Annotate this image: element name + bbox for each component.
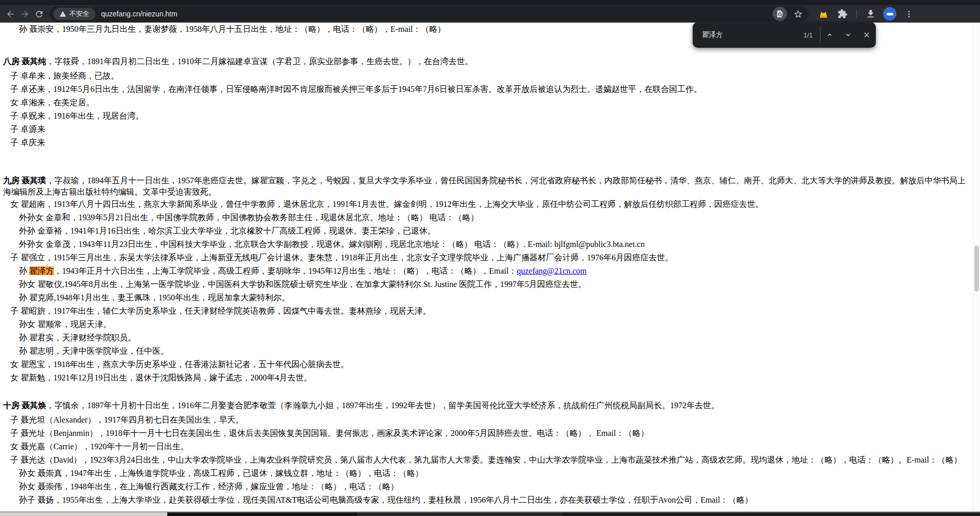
scrollbar-thumb[interactable] [974,245,979,292]
security-label: 不安全 [69,9,89,18]
browser-toolbar: 不安全 quzefang.cn/niezun.htm [0,5,980,23]
find-match-count: 1/1 [803,31,813,39]
cat-icon [818,9,829,19]
line-text: 孙 瞿志明，天津中医学院毕业，任中医。 [19,347,169,355]
genealogy-line: 孙 瞿泽方，1943年正月十六日出生，上海工学院毕业，高级工程师，妻胡咏华，19… [0,264,973,278]
line-text: 子 瞿昭旂，1917年出生，辅仁大学历史系毕业，任天津财经学院英语教师，因煤气中… [10,307,431,315]
line-text: 女 聂光嘉（Carrie），1920年十一月初一日出生。 [10,442,189,451]
kebab-menu-icon [905,10,913,18]
find-in-page-icon [776,10,784,18]
line-text: ，字筱舜，1891年四月初二日出生，1910年二月嫁福建卓宣谋（字君卫，原实业部… [46,57,473,66]
reload-button[interactable] [32,6,46,22]
back-arrow-icon [6,9,15,19]
line-text: 子 卓源来 [10,125,45,133]
url-text: quzefang.cn/niezun.htm [101,10,178,18]
window-top-strip [0,0,980,5]
security-chip[interactable]: 不安全 [53,8,95,20]
line-text: 子 卓牟来，旅美经商，已故。 [10,71,119,80]
genealogy-line: 孙女 瞿敬仪,1945年8月出生，上海第一医学院毕业，中国医科大学协和医院硕士研… [0,278,973,291]
genealogy-line: 外孙女 金章和，1939年5月21日出生，中国佛学院教师，中国佛教协会教务部主任… [0,211,973,224]
line-text: ，字叔瑜，1894年五月十一日出生，1957年患癌症去世。嫁瞿宣颖，字兑之，号蜕… [3,176,966,196]
forward-arrow-icon [20,9,30,19]
page-content: 孙 聂崇安，1950年三月九日出生，妻谢梦薇，1958年八月十五日出生，地址：（… [0,23,973,507]
genealogy-line: 子 瞿强立，1915年三月出生，东吴大学法律系毕业，上海新亚无线电厂会计退休。妻… [0,251,973,264]
find-next-button[interactable] [839,26,857,44]
back-button[interactable] [3,6,17,22]
line-text: 子 聂光坦（Alexander），1917年四月初七日在美国出生，早夭。 [10,415,244,424]
section-heading-line: 十房 聂其焕，字慎余，1897年十月初十日出生，1916年二月娶妻合肥李敬萱（李… [0,400,973,411]
line-text: 子 卓贶来，1916年出生，现居台湾。 [10,111,144,120]
line-text: 孙 瞿君实，天津财经学院职员。 [19,333,136,342]
line-text: 女 瞿新勉，1921年12月19日出生，退休于沈阳铁路局，嫁于孟志，2000年4… [10,373,312,382]
line-text: 女 卓湘来，在美定居。 [10,98,94,107]
line-text: 孙女 瞿敬仪,1945年8月出生，上海第一医学院毕业，中国医科大学协和医院硕士研… [19,280,586,289]
reload-icon [34,9,44,19]
bookmark-button[interactable] [791,7,805,21]
genealogy-line: 子 瞿昭旂，1917年出生，辅仁大学历史系毕业，任天津财经学院英语教师，因煤气中… [0,304,973,318]
genealogy-line: 孙 瞿克师,1948年1月出生，妻王佩珠，1950年出生，现居加拿大蒙特利尔。 [0,291,973,304]
toolbar-divider [856,9,857,18]
browser-menu-button[interactable] [902,7,915,21]
genealogy-line: 孙女 聂崇真，1947年出生，上海铁道学院毕业，高级工程师，已退休，嫁钱立群，地… [0,467,973,480]
address-bar[interactable]: 不安全 quzefang.cn/niezun.htm [49,6,809,22]
genealogy-line: 子 卓贶来，1916年出生，现居台湾。 [0,109,973,123]
download-icon [866,9,876,19]
chevron-up-icon [826,31,834,39]
genealogy-line: 子 卓牟来，旅美经商，已故。 [0,69,973,83]
profile-avatar[interactable] [883,7,896,21]
line-text: 孙女 聂崇伟，1948年出生，在上海银行西藏支行工作，经济师，嫁应业曾，地址：（… [19,482,399,491]
warning-triangle-icon [60,11,66,17]
genealogy-line: 女 聂光嘉（Carrie），1920年十一月初一日出生。 [0,440,973,453]
genealogy-line: 女 瞿超南，1913年八月十四日出生，燕京大学新闻系毕业，曾任中学教师，退休居北… [0,198,973,211]
bottom-strip-dark-segment [167,512,357,516]
line-text: 孙 [19,266,29,275]
find-in-page-button[interactable] [773,7,787,21]
section-heading-line: 八房 聂其纯，字筱舜，1891年四月初二日出生，1910年二月嫁福建卓宣谋（字君… [0,56,973,67]
section-lead-text: 十房 聂其焕 [3,401,46,410]
genealogy-line: 外孙 金章裕，1941年1月16日出生，哈尔滨工业大学毕业，北京橡胶十厂高级工程… [0,224,973,238]
extensions-button[interactable] [836,7,849,21]
line-text: 孙子 聂扬，1955年出生，上海大学毕业，赴美获得硕士学位，现任美国AT&T电话… [19,495,753,504]
genealogy-line: 女 瞿新勉，1921年12月19日出生，退休于沈阳铁路局，嫁于孟志，2000年4… [0,371,973,385]
line-text: 子 瞿强立，1915年三月出生，东吴大学法律系毕业，上海新亚无线电厂会计退休。妻… [10,253,673,262]
line-text: 女 瞿超南，1913年八月十四日出生，燕京大学新闻系毕业，曾任中学教师，退休居北… [10,200,763,208]
genealogy-line: 孙 瞿志明，天津中医学院毕业，任中医。 [0,345,973,358]
chevron-down-icon [844,31,852,39]
extensions-area [817,7,915,21]
section-heading-line: 九房 聂其璞，字叔瑜，1894年五月十一日出生，1957年患癌症去世。嫁瞿宣颖，… [0,175,973,198]
genealogy-line: 孙女 瞿顺常，现居天津。 [0,318,973,331]
genealogy-line: 外孙女 金章茂，1943年11月23日出生，中国科技大学毕业，北京联合大学副教授… [0,238,973,251]
find-previous-button[interactable] [820,26,839,44]
genealogy-line: 子 聂光坦（Alexander），1917年四月初七日在美国出生，早夭。 [0,413,973,427]
genealogy-line: 子 卓庆来 [0,136,973,149]
find-input[interactable]: 瞿泽方 [693,30,803,40]
vertical-scrollbar[interactable] [973,23,980,512]
find-match-highlight: 瞿泽方 [29,266,54,275]
line-text: 孙女 聂崇真，1947年出生，上海铁道学院毕业，高级工程师，已退休，嫁钱立群，地… [19,469,423,477]
genealogy-line: 女 瞿恩宝，1918年出生，燕京大学历史系毕业，任香港法新社记者，五十年代因心脏… [0,358,973,371]
line-text: 子 聂光址（Benjanmin），1918年十一月十七日在美国出生，退休后去美国… [10,429,649,437]
puzzle-piece-icon [837,9,848,19]
cat-extension-button[interactable] [817,7,830,21]
genealogy-line: 孙 瞿君实，天津财经学院职员。 [0,331,973,345]
line-text: ，字慎余，1897年十月初十日出生，1916年二月娶妻合肥李敬萱（李瀚章九小姐，… [46,401,719,410]
genealogy-line: 孙子 聂扬，1955年出生，上海大学毕业，赴美获得硕士学位，现任美国AT&T电话… [0,493,973,507]
line-text: 孙 瞿克师,1948年1月出生，妻王佩珠，1950年出生，现居加拿大蒙特利尔。 [19,293,290,302]
line-text: 子 卓庆来 [10,138,45,147]
downloads-button[interactable] [864,7,877,21]
genealogy-line: 子 聂光址（Benjanmin），1918年十一月十七日在美国出生，退休后去美国… [0,427,973,440]
email-link[interactable]: quzefang@21cn.com [517,266,586,275]
bottom-strip [0,511,980,516]
genealogy-line: 女 卓湘来，在美定居。 [0,96,973,109]
bottom-strip-light-segment [0,512,167,516]
genealogy-line: 子 卓还来，1912年5月6日出生，法国留学，在南洋任领事，日军侵略南洋时因不肯… [0,83,973,96]
bookmark-star-icon [793,9,803,19]
genealogy-line: 子 卓源来 [0,123,973,136]
line-text: 子 卓还来，1912年5月6日出生，法国留学，在南洋任领事，日军侵略南洋时因不肯… [10,85,702,93]
section-lead-text: 九房 聂其璞 [3,176,46,185]
line-text: 孙 聂崇安，1950年三月九日出生，妻谢梦薇，1958年八月十五日出生，地址：（… [19,25,446,33]
find-close-button[interactable] [857,26,876,44]
bottom-strip-mid-segment [357,512,562,516]
avatar-badge [887,13,893,15]
forward-button[interactable] [17,6,32,22]
